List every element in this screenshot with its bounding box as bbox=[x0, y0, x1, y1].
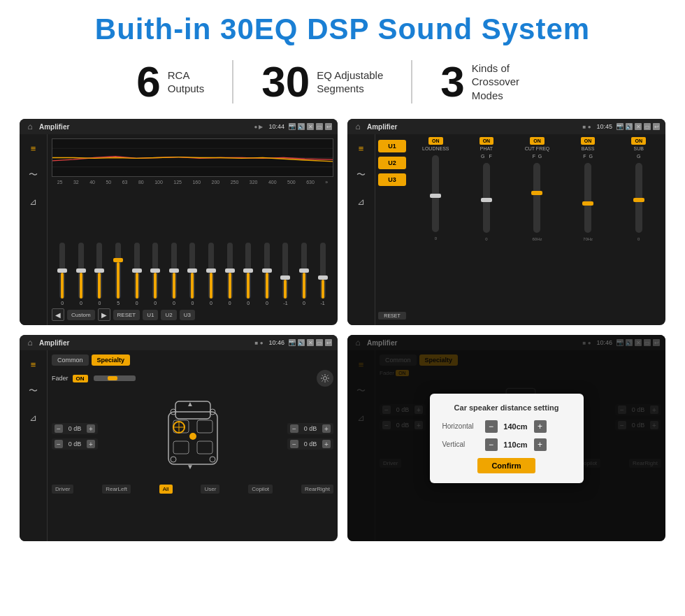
u2-btn[interactable]: U2 bbox=[161, 310, 176, 320]
tab-common[interactable]: Common bbox=[52, 354, 89, 366]
eq-slider-9[interactable]: 0 bbox=[227, 243, 233, 306]
eq-slider-8[interactable]: 0 bbox=[208, 243, 214, 306]
eq-slider-0[interactable]: 0 bbox=[59, 243, 65, 306]
back-icon-1[interactable]: ↩ bbox=[325, 123, 332, 130]
screen-eq: ⌂ Amplifier ● ▶ 10:44 📷 🔊 ✕ ▭ ↩ ≡ 〜 ⊿ bbox=[20, 119, 338, 325]
status-bar-3: ⌂ Amplifier ■ ● 10:46 📷 🔊 ✕ ▭ ↩ bbox=[20, 335, 338, 350]
db-minus-fr[interactable]: − bbox=[290, 424, 298, 433]
eq-slider-2[interactable]: 0 bbox=[96, 243, 102, 306]
back-icon-2[interactable]: ↩ bbox=[653, 123, 660, 130]
status-time-3: 10:46 bbox=[268, 339, 284, 346]
fader-on-badge[interactable]: ON bbox=[73, 375, 88, 382]
freq-label-0: 25 bbox=[57, 180, 63, 185]
horizontal-plus-btn[interactable]: + bbox=[534, 420, 547, 433]
horizontal-minus-btn[interactable]: − bbox=[485, 420, 498, 433]
eq-graph bbox=[52, 138, 333, 177]
rearleft-label[interactable]: RearLeft bbox=[102, 485, 131, 494]
driver-label[interactable]: Driver bbox=[52, 485, 73, 494]
dialog-title: Car speaker distance setting bbox=[442, 403, 571, 412]
settings-icon-3[interactable] bbox=[317, 370, 333, 387]
bass-slider[interactable] bbox=[584, 163, 591, 233]
rearright-label[interactable]: RearRight bbox=[301, 485, 333, 494]
vertical-minus-btn[interactable]: − bbox=[485, 438, 498, 451]
db-minus-fl[interactable]: − bbox=[55, 424, 63, 433]
eq-icon-2[interactable]: ≡ bbox=[353, 140, 370, 157]
eq-slider-13[interactable]: 0 bbox=[301, 243, 307, 306]
db-plus-fr[interactable]: + bbox=[322, 424, 331, 433]
u3-btn[interactable]: U3 bbox=[180, 310, 195, 320]
db-minus-rl[interactable]: − bbox=[55, 440, 63, 448]
wave-icon[interactable]: 〜 bbox=[25, 166, 42, 183]
window-icon-3: ▭ bbox=[316, 339, 323, 346]
volume-ctrl-icon[interactable]: ⊿ bbox=[25, 193, 42, 210]
reset-crossover-btn[interactable]: RESET bbox=[378, 312, 406, 320]
db-plus-rr[interactable]: + bbox=[322, 440, 331, 448]
phat-on[interactable]: ON bbox=[480, 137, 494, 145]
bass-label: BASS bbox=[582, 146, 595, 151]
eq-slider-7[interactable]: 0 bbox=[189, 243, 195, 306]
crossover-inner: U1 U2 U3 RESET ON LOUDNESS bbox=[375, 134, 665, 325]
u3-crossover-btn[interactable]: U3 bbox=[378, 173, 406, 186]
eq-slider-14[interactable]: -1 bbox=[320, 243, 326, 306]
stat-rca: 6 RCAOutputs bbox=[108, 60, 233, 103]
db-plus-fl[interactable]: + bbox=[87, 424, 95, 433]
dialog-overlay: Car speaker distance setting Horizontal … bbox=[347, 335, 665, 541]
close-icon-3: ✕ bbox=[307, 339, 314, 346]
copilot-label[interactable]: Copilot bbox=[248, 485, 273, 494]
freq-label-2: 40 bbox=[89, 180, 95, 185]
stat-crossover-label: Kinds ofCrossover Modes bbox=[472, 62, 549, 103]
u-buttons-col: U1 U2 U3 RESET bbox=[375, 134, 409, 325]
horizontal-value: 140cm bbox=[502, 422, 530, 431]
tab-specialty[interactable]: Specialty bbox=[92, 354, 131, 366]
screen-fader: ⌂ Amplifier ■ ● 10:46 📷 🔊 ✕ ▭ ↩ ≡ 〜 ⊿ Co… bbox=[20, 335, 338, 541]
db-minus-rr[interactable]: − bbox=[290, 440, 298, 448]
prev-btn[interactable]: ◀ bbox=[52, 308, 64, 321]
loudness-on[interactable]: ON bbox=[428, 137, 443, 145]
db-value-fr: 0 dB bbox=[301, 425, 320, 432]
user-label[interactable]: User bbox=[201, 485, 219, 494]
back-icon-3[interactable]: ↩ bbox=[325, 339, 332, 346]
freq-label-4: 63 bbox=[122, 180, 128, 185]
eq-slider-1[interactable]: 0 bbox=[78, 243, 84, 306]
sub-label: SUB bbox=[633, 146, 643, 151]
eq-slider-12[interactable]: -1 bbox=[282, 243, 288, 306]
cutfreq-on[interactable]: ON bbox=[530, 137, 545, 145]
vertical-plus-btn[interactable]: + bbox=[534, 438, 547, 451]
eq-slider-6[interactable]: 0 bbox=[171, 243, 177, 306]
wave-icon-2[interactable]: 〜 bbox=[353, 166, 370, 183]
phat-slider[interactable] bbox=[483, 163, 490, 233]
bass-on[interactable]: ON bbox=[581, 137, 596, 145]
volume-ctrl-icon-3[interactable]: ⊿ bbox=[25, 409, 42, 426]
eq-slider-4[interactable]: 0 bbox=[134, 243, 140, 306]
cutfreq-slider[interactable] bbox=[533, 163, 540, 233]
u1-btn[interactable]: U1 bbox=[143, 310, 158, 320]
eq-graph-svg bbox=[52, 139, 333, 176]
home-icon-3[interactable]: ⌂ bbox=[25, 338, 35, 348]
u2-crossover-btn[interactable]: U2 bbox=[378, 157, 406, 169]
loudness-slider[interactable] bbox=[432, 155, 439, 232]
custom-btn[interactable]: Custom bbox=[67, 310, 95, 320]
eq-slider-10[interactable]: 0 bbox=[245, 243, 251, 306]
db-plus-rl[interactable]: + bbox=[87, 440, 95, 448]
sub-on[interactable]: ON bbox=[631, 137, 646, 145]
reset-btn[interactable]: RESET bbox=[113, 310, 140, 320]
screens-grid: ⌂ Amplifier ● ▶ 10:44 📷 🔊 ✕ ▭ ↩ ≡ 〜 ⊿ bbox=[0, 113, 685, 548]
stats-row: 6 RCAOutputs 30 EQ AdjustableSegments 3 … bbox=[0, 53, 685, 113]
all-label[interactable]: All bbox=[159, 485, 173, 494]
next-btn[interactable]: ▶ bbox=[98, 308, 110, 321]
page-title: Buith-in 30EQ DSP Sound System bbox=[0, 0, 685, 53]
eq-icon-3[interactable]: ≡ bbox=[25, 356, 42, 373]
u1-crossover-btn[interactable]: U1 bbox=[378, 140, 406, 152]
home-icon-2[interactable]: ⌂ bbox=[353, 122, 363, 131]
eq-icon[interactable]: ≡ bbox=[25, 140, 42, 157]
volume-ctrl-icon-2[interactable]: ⊿ bbox=[353, 193, 370, 210]
eq-slider-5[interactable]: 0 bbox=[152, 243, 158, 306]
freq-label-13: 500 bbox=[287, 180, 296, 185]
fader-left-controls: − 0 dB + − 0 dB + bbox=[52, 423, 98, 450]
confirm-button[interactable]: Confirm bbox=[477, 458, 535, 473]
eq-slider-3[interactable]: 5 bbox=[115, 243, 121, 306]
sub-slider[interactable] bbox=[635, 163, 642, 233]
home-icon-1[interactable]: ⌂ bbox=[25, 122, 35, 131]
eq-slider-11[interactable]: 0 bbox=[264, 243, 270, 306]
wave-icon-3[interactable]: 〜 bbox=[25, 382, 42, 399]
